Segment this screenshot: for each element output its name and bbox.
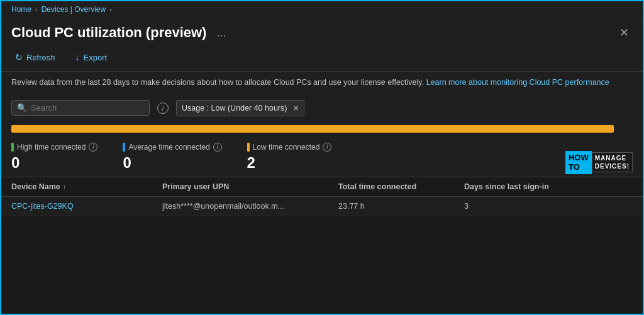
th-upn: Primary user UPN [162,182,338,191]
close-button[interactable]: ✕ [616,25,633,41]
page-title: Cloud PC utilization (preview) [11,25,206,41]
stat-average-value: 0 [123,154,221,172]
toolbar: ↻ Refresh ↓ Export [1,46,643,72]
th-days-since: Days since last sign-in [464,182,633,191]
average-indicator [123,143,125,152]
usage-bar [11,125,614,133]
cell-days-since: 3 [464,202,633,211]
high-info-icon[interactable]: i [89,143,97,152]
low-indicator [247,143,250,152]
breadcrumb-sep-2: › [109,6,112,13]
info-area: Review data from the last 28 days to mak… [1,72,643,95]
breadcrumb-home[interactable]: Home [11,5,31,14]
refresh-icon: ↻ [15,52,23,62]
stat-low: Low time connected i 2 [247,143,332,172]
info-link[interactable]: Learn more about monitoring Cloud PC per… [426,78,609,87]
page-header: Cloud PC utilization (preview) ... ✕ [1,18,643,46]
table-header: Device Name ↑ Primary user UPN Total tim… [1,177,643,197]
cell-total-time: 23.77 h [338,202,464,211]
refresh-button[interactable]: ↻ Refresh [11,50,59,65]
sort-icon[interactable]: ↑ [63,183,67,191]
info-text: Review data from the last 28 days to mak… [11,78,424,87]
export-label: Export [84,53,108,62]
stat-average: Average time connected i 0 [123,143,221,172]
filter-tag-close[interactable]: × [293,103,298,113]
watermark: HOWTO MANAGEDEVICES! [565,151,633,174]
stat-high: High time connected i 0 [11,143,97,172]
breadcrumb-sep-1: › [35,6,38,13]
stat-high-value: 0 [11,154,97,172]
filter-tag-label: Usage : Low (Under 40 hours) [182,104,287,113]
search-icon: 🔍 [17,103,27,113]
usage-filter-tag: Usage : Low (Under 40 hours) × [176,100,304,116]
ellipsis-button[interactable]: ... [213,25,230,41]
cell-device-name[interactable]: CPC-jites-G29KQ [11,202,162,211]
filter-info-icon[interactable]: i [157,102,169,114]
breadcrumb: Home › Devices | Overview › [1,1,643,18]
low-info-icon[interactable]: i [323,143,331,152]
orange-bar-container [1,121,643,136]
search-box: 🔍 [11,100,150,116]
high-indicator [11,143,14,152]
search-input[interactable] [31,103,144,113]
refresh-label: Refresh [26,53,55,62]
stat-low-label: Low time connected i [247,143,332,152]
stat-low-value: 2 [247,154,332,172]
th-total-time: Total time connected [338,182,464,191]
stats-row: High time connected i 0 Average time con… [1,136,643,177]
table-row: CPC-jites-G29KQ jitesh****@unopenmail/ou… [1,197,643,216]
filter-row: 🔍 i Usage : Low (Under 40 hours) × [1,95,643,121]
export-icon: ↓ [75,52,80,62]
header-left: Cloud PC utilization (preview) ... [11,25,230,41]
average-info-icon[interactable]: i [213,143,222,152]
cell-upn: jitesh****@unopenmail/outlook.m... [162,202,338,211]
th-device-name: Device Name ↑ [11,182,162,191]
table-area: Device Name ↑ Primary user UPN Total tim… [1,177,643,216]
watermark-manage: MANAGEDEVICES! [592,152,633,172]
breadcrumb-devices[interactable]: Devices | Overview [42,5,106,14]
table-body: CPC-jites-G29KQ jitesh****@unopenmail/ou… [1,197,643,216]
stat-average-label: Average time connected i [123,143,221,152]
watermark-how: HOWTO [565,151,592,174]
export-button[interactable]: ↓ Export [72,50,111,65]
stat-high-label: High time connected i [11,143,97,152]
